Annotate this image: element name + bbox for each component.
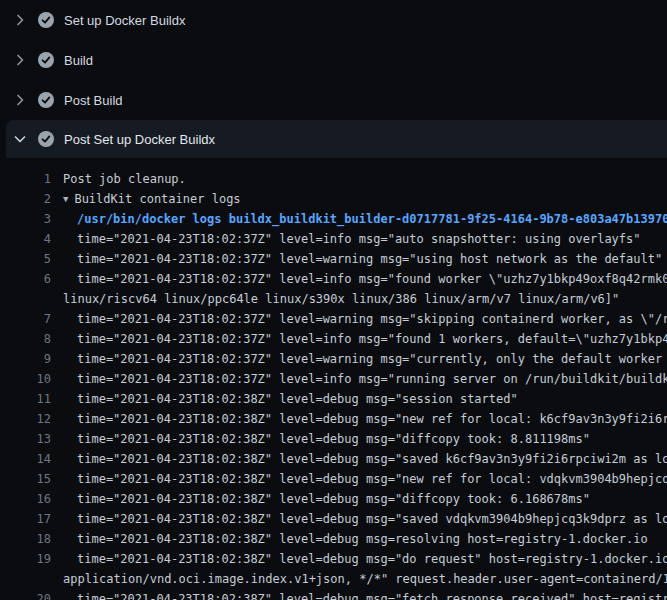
log-text-content: time="2021-04-23T18:02:37Z" level=info m… xyxy=(77,372,667,386)
log-text-content: time="2021-04-23T18:02:37Z" level=info m… xyxy=(77,332,667,346)
line-number[interactable]: 16 xyxy=(0,489,51,509)
log-text-content: time="2021-04-23T18:02:38Z" level=debug … xyxy=(77,552,667,566)
log-text-content: time="2021-04-23T18:02:37Z" level=warnin… xyxy=(77,312,667,326)
line-number[interactable]: 11 xyxy=(0,389,51,409)
log-line: 17time="2021-04-23T18:02:38Z" level=debu… xyxy=(0,509,667,529)
line-number[interactable]: 5 xyxy=(0,249,51,269)
step-label: Post Build xyxy=(64,93,123,108)
check-circle-icon xyxy=(37,92,54,109)
check-circle-icon xyxy=(37,52,54,69)
actions-log-viewer: Set up Docker BuildxBuildPost BuildPost … xyxy=(0,0,667,600)
log-line: 2▼BuildKit container logs xyxy=(0,189,667,209)
log-text: application/vnd.oci.image.index.v1+json,… xyxy=(63,569,667,589)
log-command-text: /usr/bin/docker logs buildx_buildkit_bui… xyxy=(77,209,667,229)
log-text-content: time="2021-04-23T18:02:38Z" level=debug … xyxy=(77,432,590,446)
log-text-content: Post job cleanup. xyxy=(63,172,186,186)
log-line: application/vnd.oci.image.index.v1+json,… xyxy=(0,569,667,589)
log-text: time="2021-04-23T18:02:37Z" level=warnin… xyxy=(77,249,662,269)
log-text: time="2021-04-23T18:02:37Z" level=warnin… xyxy=(77,309,667,329)
log-text-content: time="2021-04-23T18:02:38Z" level=debug … xyxy=(77,492,590,506)
log-text: time="2021-04-23T18:02:38Z" level=debug … xyxy=(77,549,667,569)
line-number[interactable]: 3 xyxy=(0,209,51,229)
step-label: Build xyxy=(64,53,93,68)
line-number[interactable]: 4 xyxy=(0,229,51,249)
step-header-post-build[interactable]: Post Build xyxy=(0,80,667,120)
line-number[interactable]: 15 xyxy=(0,469,51,489)
chevron-right-icon xyxy=(12,92,28,108)
line-number[interactable]: 12 xyxy=(0,409,51,429)
log-text: time="2021-04-23T18:02:38Z" level=debug … xyxy=(77,409,667,429)
log-text-content: linux/riscv64 linux/ppc64le linux/s390x … xyxy=(63,292,619,306)
log-text: ▼BuildKit container logs xyxy=(63,189,241,209)
log-text-content: time="2021-04-23T18:02:38Z" level=debug … xyxy=(77,452,667,466)
chevron-right-icon xyxy=(12,52,28,68)
line-number[interactable]: 9 xyxy=(0,349,51,369)
log-text: time="2021-04-23T18:02:37Z" level=info m… xyxy=(77,329,667,349)
check-circle-icon xyxy=(37,12,54,29)
chevron-right-icon xyxy=(12,12,28,28)
log-text: time="2021-04-23T18:02:38Z" level=debug … xyxy=(77,389,518,409)
log-text: time="2021-04-23T18:02:38Z" level=debug … xyxy=(77,489,590,509)
log-text-content: time="2021-04-23T18:02:38Z" level=debug … xyxy=(77,512,667,526)
log-text: time="2021-04-23T18:02:38Z" level=debug … xyxy=(77,429,590,449)
chevron-down-icon xyxy=(12,131,28,147)
group-collapse-triangle-icon[interactable]: ▼ xyxy=(63,189,68,209)
log-text: time="2021-04-23T18:02:38Z" level=debug … xyxy=(77,449,667,469)
log-line: 3/usr/bin/docker logs buildx_buildkit_bu… xyxy=(0,209,667,229)
line-number[interactable]: 18 xyxy=(0,529,51,549)
log-text-content: time="2021-04-23T18:02:38Z" level=debug … xyxy=(77,392,518,406)
log-text-content: time="2021-04-23T18:02:38Z" level=debug … xyxy=(77,472,667,486)
log-line: 5time="2021-04-23T18:02:37Z" level=warni… xyxy=(0,249,667,269)
step-header-set-up-docker-buildx[interactable]: Set up Docker Buildx xyxy=(0,0,667,40)
log-line: 12time="2021-04-23T18:02:38Z" level=debu… xyxy=(0,409,667,429)
log-line: 13time="2021-04-23T18:02:38Z" level=debu… xyxy=(0,429,667,449)
line-number[interactable]: 20 xyxy=(0,589,51,600)
log-text: time="2021-04-23T18:02:38Z" level=debug … xyxy=(77,589,667,600)
line-number xyxy=(0,289,51,309)
log-area: 1Post job cleanup.2▼BuildKit container l… xyxy=(0,158,667,600)
log-text-content: time="2021-04-23T18:02:38Z" level=debug … xyxy=(77,532,648,546)
line-number[interactable]: 1 xyxy=(0,169,51,189)
log-text: time="2021-04-23T18:02:38Z" level=debug … xyxy=(77,529,648,549)
step-label: Post Set up Docker Buildx xyxy=(64,132,215,147)
line-number[interactable]: 17 xyxy=(0,509,51,529)
step-header-post-set-up-docker-buildx[interactable]: Post Set up Docker Buildx xyxy=(6,120,667,158)
log-line: linux/riscv64 linux/ppc64le linux/s390x … xyxy=(0,289,667,309)
log-line: 18time="2021-04-23T18:02:38Z" level=debu… xyxy=(0,529,667,549)
log-text: time="2021-04-23T18:02:37Z" level=info m… xyxy=(77,229,641,249)
line-number[interactable]: 19 xyxy=(0,549,51,569)
log-text-content: time="2021-04-23T18:02:38Z" level=debug … xyxy=(77,592,667,600)
step-label: Set up Docker Buildx xyxy=(64,13,185,28)
log-text: time="2021-04-23T18:02:37Z" level=info m… xyxy=(77,369,667,389)
log-text-content: application/vnd.oci.image.index.v1+json,… xyxy=(63,572,667,586)
check-circle-icon xyxy=(37,131,54,148)
log-line: 1Post job cleanup. xyxy=(0,169,667,189)
line-number[interactable]: 14 xyxy=(0,449,51,469)
line-number[interactable]: 6 xyxy=(0,269,51,289)
log-line: 20time="2021-04-23T18:02:38Z" level=debu… xyxy=(0,589,667,600)
line-number[interactable]: 13 xyxy=(0,429,51,449)
line-number[interactable]: 7 xyxy=(0,309,51,329)
log-line: 7time="2021-04-23T18:02:37Z" level=warni… xyxy=(0,309,667,329)
steps-list: Set up Docker BuildxBuildPost BuildPost … xyxy=(0,0,667,158)
line-number[interactable]: 8 xyxy=(0,329,51,349)
log-text-content: /usr/bin/docker logs buildx_buildkit_bui… xyxy=(77,212,667,226)
log-text: linux/riscv64 linux/ppc64le linux/s390x … xyxy=(63,289,619,309)
line-number xyxy=(0,569,51,589)
log-line: 4time="2021-04-23T18:02:37Z" level=info … xyxy=(0,229,667,249)
log-text-content: time="2021-04-23T18:02:37Z" level=warnin… xyxy=(77,352,667,366)
step-header-build[interactable]: Build xyxy=(0,40,667,80)
log-text: Post job cleanup. xyxy=(63,169,186,189)
log-text: time="2021-04-23T18:02:38Z" level=debug … xyxy=(77,509,667,529)
line-number[interactable]: 10 xyxy=(0,369,51,389)
log-line: 11time="2021-04-23T18:02:38Z" level=debu… xyxy=(0,389,667,409)
line-number[interactable]: 2 xyxy=(0,189,51,209)
log-line: 6time="2021-04-23T18:02:37Z" level=info … xyxy=(0,269,667,289)
log-text: time="2021-04-23T18:02:37Z" level=warnin… xyxy=(77,349,667,369)
log-line: 9time="2021-04-23T18:02:37Z" level=warni… xyxy=(0,349,667,369)
log-text-content: time="2021-04-23T18:02:38Z" level=debug … xyxy=(77,412,667,426)
log-text: time="2021-04-23T18:02:38Z" level=debug … xyxy=(77,469,667,489)
log-line: 16time="2021-04-23T18:02:38Z" level=debu… xyxy=(0,489,667,509)
log-text-content: time="2021-04-23T18:02:37Z" level=warnin… xyxy=(77,252,662,266)
log-text-content: BuildKit container logs xyxy=(74,192,240,206)
